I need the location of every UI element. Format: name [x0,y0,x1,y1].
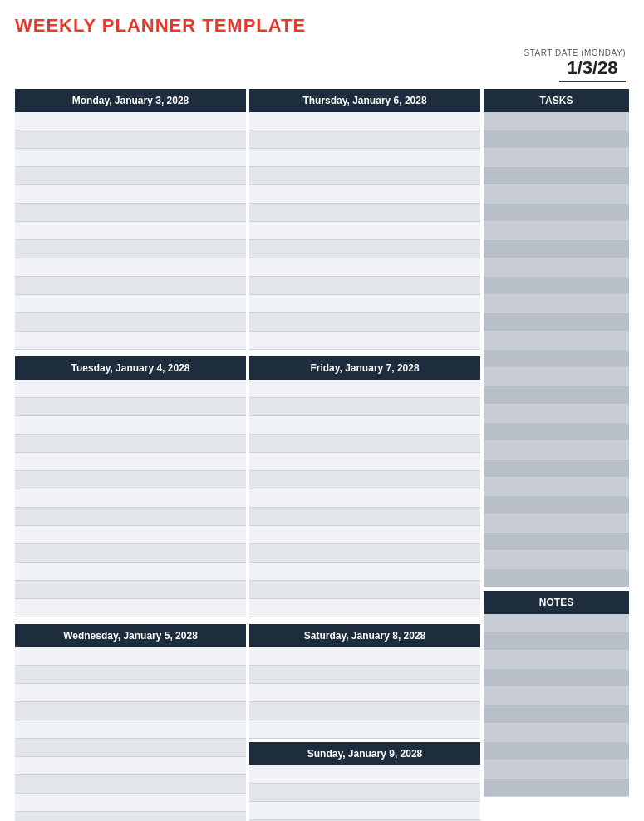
table-row[interactable] [249,581,480,599]
table-row[interactable] [484,313,629,332]
table-row[interactable] [15,435,246,453]
table-row[interactable] [249,167,480,185]
table-row[interactable] [15,222,246,240]
table-row[interactable] [249,332,480,350]
table-row[interactable] [15,563,246,581]
table-row[interactable] [15,471,246,489]
table-row[interactable] [15,240,246,258]
table-row[interactable] [15,794,246,812]
table-row[interactable] [15,295,246,313]
table-row[interactable] [484,460,629,478]
table-row[interactable] [249,544,480,563]
table-row[interactable] [15,666,246,684]
table-row[interactable] [15,812,246,821]
table-row[interactable] [15,702,246,720]
table-row[interactable] [249,185,480,204]
table-row[interactable] [15,380,246,398]
table-row[interactable] [249,784,480,802]
table-row[interactable] [484,760,629,779]
table-row[interactable] [484,368,629,386]
table-row[interactable] [484,222,629,240]
table-row[interactable] [15,398,246,416]
table-row[interactable] [484,332,629,350]
table-row[interactable] [249,435,480,453]
start-date-value[interactable]: 1/3/28 [559,57,626,82]
table-row[interactable] [249,489,480,508]
table-row[interactable] [484,724,629,742]
table-row[interactable] [484,185,629,204]
table-row[interactable] [484,687,629,705]
table-row[interactable] [15,453,246,471]
table-row[interactable] [15,544,246,563]
table-row[interactable] [484,295,629,313]
table-row[interactable] [249,112,480,130]
table-row[interactable] [249,453,480,471]
table-row[interactable] [484,533,629,551]
table-row[interactable] [484,669,629,687]
table-row[interactable] [484,277,629,295]
table-row[interactable] [484,569,629,587]
table-row[interactable] [249,720,480,739]
table-row[interactable] [15,167,246,185]
table-row[interactable] [15,581,246,599]
table-row[interactable] [249,277,480,295]
table-row[interactable] [249,240,480,258]
table-row[interactable] [484,705,629,724]
table-row[interactable] [15,149,246,167]
table-row[interactable] [249,313,480,332]
table-row[interactable] [15,277,246,295]
table-row[interactable] [249,508,480,526]
table-row[interactable] [249,149,480,167]
table-row[interactable] [15,258,246,277]
table-row[interactable] [15,332,246,350]
table-row[interactable] [15,489,246,508]
table-row[interactable] [249,222,480,240]
table-row[interactable] [15,775,246,794]
table-row[interactable] [249,666,480,684]
table-row[interactable] [15,526,246,544]
table-row[interactable] [484,651,629,669]
table-row[interactable] [249,802,480,820]
table-row[interactable] [484,167,629,185]
table-row[interactable] [484,496,629,514]
table-row[interactable] [484,130,629,149]
table-row[interactable] [15,647,246,666]
table-row[interactable] [484,742,629,760]
table-row[interactable] [15,739,246,757]
table-row[interactable] [15,185,246,204]
table-row[interactable] [249,765,480,784]
table-row[interactable] [484,149,629,167]
table-row[interactable] [484,240,629,258]
table-row[interactable] [15,130,246,149]
table-row[interactable] [484,441,629,460]
table-row[interactable] [15,757,246,775]
table-row[interactable] [249,295,480,313]
table-row[interactable] [484,112,629,130]
table-row[interactable] [484,514,629,533]
table-row[interactable] [15,313,246,332]
table-row[interactable] [484,405,629,423]
table-row[interactable] [15,416,246,435]
table-row[interactable] [484,258,629,277]
table-row[interactable] [484,614,629,632]
table-row[interactable] [249,526,480,544]
table-row[interactable] [249,563,480,581]
table-row[interactable] [484,551,629,569]
table-row[interactable] [15,112,246,130]
table-row[interactable] [15,508,246,526]
table-row[interactable] [249,258,480,277]
table-row[interactable] [484,350,629,368]
table-row[interactable] [484,779,629,797]
table-row[interactable] [249,471,480,489]
table-row[interactable] [249,684,480,702]
table-row[interactable] [249,380,480,398]
table-row[interactable] [484,204,629,222]
table-row[interactable] [249,398,480,416]
table-row[interactable] [15,204,246,222]
table-row[interactable] [249,130,480,149]
table-row[interactable] [484,423,629,441]
table-row[interactable] [484,478,629,496]
table-row[interactable] [484,386,629,405]
table-row[interactable] [249,647,480,666]
table-row[interactable] [249,702,480,720]
